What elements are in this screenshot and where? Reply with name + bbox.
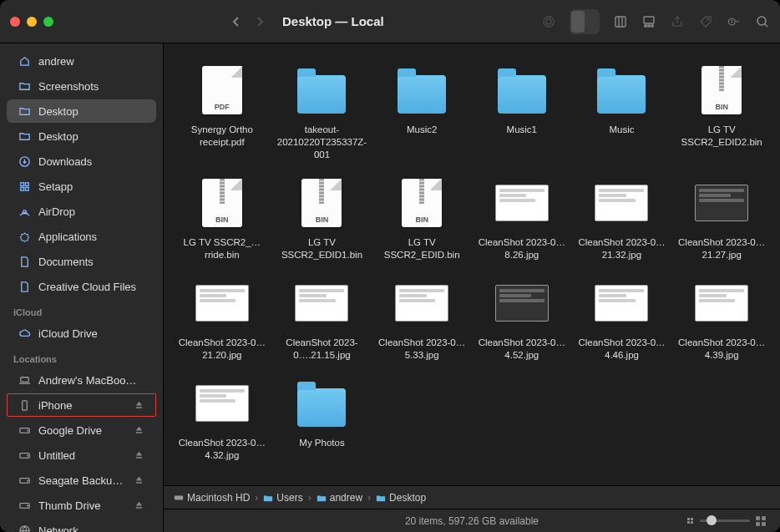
share-button[interactable] <box>670 14 685 29</box>
file-item[interactable]: BINLG TV SSCR2_EDID1.bin <box>272 173 372 265</box>
svg-point-43 <box>19 525 28 532</box>
file-item[interactable]: CleanShot 2023-0…5.33.jpg <box>372 273 472 365</box>
file-item[interactable]: CleanShot 2023-0…4.39.jpg <box>671 273 772 365</box>
sidebar-item-seagate-backu-[interactable]: Seagate Backu… <box>7 469 156 492</box>
file-label: My Photos <box>299 437 344 449</box>
file-item[interactable]: Music2 <box>372 60 472 165</box>
sidebar-item-label: Setapp <box>38 180 146 193</box>
column-view-button[interactable] <box>613 14 628 29</box>
path-crumb[interactable]: andrew <box>317 492 362 504</box>
svg-rect-46 <box>691 518 693 520</box>
tag-button[interactable] <box>698 14 713 29</box>
svg-rect-48 <box>691 521 693 524</box>
pdf-icon: PDF <box>195 63 249 117</box>
file-item[interactable]: BINLG TV SSCR2_…rride.bin <box>172 173 272 265</box>
sidebar-item-untitled[interactable]: Untitled <box>7 443 156 467</box>
file-label: LG TV SSCR2_…rride.bin <box>176 236 268 261</box>
eject-icon[interactable] <box>134 474 146 487</box>
path-crumb[interactable]: Desktop <box>376 492 426 504</box>
file-item[interactable]: My Photos <box>272 373 372 465</box>
file-item[interactable]: CleanShot 2023-0….21.15.jpg <box>272 273 372 365</box>
disk-icon <box>17 423 32 438</box>
body: FavoritesandrewScreenshotsDesktopDesktop… <box>0 43 780 532</box>
file-label: LG TV SSCR2_EDID2.bin <box>676 124 767 149</box>
file-item[interactable]: CleanShot 2023-0…21.32.jpg <box>572 173 672 265</box>
chevron-right-icon: › <box>308 492 311 504</box>
sidebar[interactable]: FavoritesandrewScreenshotsDesktopDesktop… <box>0 43 164 532</box>
sidebar-item-andrew-s-macboo-[interactable]: Andrew's MacBoo… <box>7 368 156 392</box>
finder-window: Desktop — Local FavoritesandrewScreensho… <box>0 0 780 532</box>
path-crumb[interactable]: Users <box>263 492 302 504</box>
file-item[interactable]: CleanShot 2023-0…21.20.jpg <box>172 273 272 365</box>
svg-point-38 <box>27 455 28 456</box>
svg-rect-28 <box>25 182 28 185</box>
forward-button[interactable] <box>252 14 267 29</box>
file-grid[interactable]: PDFSynergy Ortho receipt.pdftakeout-2021… <box>164 43 780 485</box>
file-item[interactable]: takeout-20210220T235337Z-001 <box>272 60 372 165</box>
content-area: PDFSynergy Ortho receipt.pdftakeout-2021… <box>164 43 780 532</box>
sidebar-item-desktop[interactable]: Desktop <box>7 124 156 148</box>
file-item[interactable]: CleanShot 2023-0…8.26.jpg <box>472 173 572 265</box>
sidebar-item-screenshots[interactable]: Screenshots <box>7 74 156 98</box>
file-item[interactable]: CleanShot 2023-0…21.27.jpg <box>671 173 772 265</box>
fullscreen-button[interactable] <box>43 17 53 27</box>
sidebar-item-airdrop[interactable]: AirDrop <box>7 200 156 223</box>
file-label: CleanShot 2023-0…21.27.jpg <box>676 236 767 261</box>
sidebar-item-thumb-drive[interactable]: Thumb Drive <box>7 494 156 517</box>
eject-icon[interactable] <box>134 449 146 462</box>
phone-icon <box>17 398 32 413</box>
file-label: CleanShot 2023-0…4.39.jpg <box>676 337 767 362</box>
screenshot-icon <box>495 176 549 230</box>
file-label: CleanShot 2023-0…21.32.jpg <box>575 236 667 261</box>
screenshot-icon <box>195 276 249 330</box>
search-button[interactable] <box>755 14 770 29</box>
back-button[interactable] <box>229 14 244 29</box>
zoom-slider[interactable] <box>700 519 750 522</box>
eject-icon[interactable] <box>134 499 146 512</box>
close-button[interactable] <box>10 17 20 27</box>
file-item[interactable]: CleanShot 2023-0…4.32.jpg <box>172 373 272 465</box>
screenshot-dark-icon <box>695 176 748 230</box>
sidebar-item-creative-cloud-files[interactable]: Creative Cloud Files <box>7 275 156 298</box>
network-icon <box>17 523 32 532</box>
app-icon <box>17 179 32 194</box>
zoom-control[interactable] <box>686 515 767 527</box>
file-label: Music1 <box>507 124 537 136</box>
sidebar-item-andrew[interactable]: andrew <box>7 49 156 73</box>
eject-icon[interactable] <box>134 399 146 412</box>
sidebar-item-iphone[interactable]: iPhone <box>7 393 156 417</box>
toolbar <box>541 9 770 34</box>
sidebar-item-desktop[interactable]: Desktop <box>7 99 156 123</box>
file-item[interactable]: BINLG TV SSCR2_EDID2.bin <box>671 60 772 165</box>
file-item[interactable]: PDFSynergy Ortho receipt.pdf <box>172 60 272 165</box>
window-controls <box>10 17 53 27</box>
sidebar-item-icloud-drive[interactable]: iCloud Drive <box>7 322 156 345</box>
file-item[interactable]: BINLG TV SSCR2_EDID.bin <box>372 173 472 265</box>
file-item[interactable]: Music1 <box>472 60 572 165</box>
svg-rect-29 <box>20 187 23 190</box>
sidebar-item-setapp[interactable]: Setapp <box>7 175 156 198</box>
path-crumb[interactable]: Macintosh HD <box>174 492 250 504</box>
sidebar-item-documents[interactable]: Documents <box>7 250 156 273</box>
sidebar-item-label: Untitled <box>38 449 128 462</box>
sidebar-item-downloads[interactable]: Downloads <box>7 149 156 173</box>
file-label: Music <box>609 124 634 136</box>
file-item[interactable]: CleanShot 2023-0…4.46.jpg <box>572 273 672 365</box>
sidebar-item-applications[interactable]: Applications <box>7 225 156 248</box>
icon-view-button[interactable] <box>571 11 585 33</box>
sidebar-item-label: andrew <box>38 55 146 68</box>
minimize-button[interactable] <box>27 17 37 27</box>
svg-rect-32 <box>20 377 28 382</box>
file-item[interactable]: Music <box>572 60 672 165</box>
file-item[interactable]: CleanShot 2023-0…4.52.jpg <box>472 273 572 365</box>
action-menu-button[interactable] <box>727 14 742 29</box>
sidebar-item-google-drive[interactable]: Google Drive <box>7 418 156 442</box>
list-view-button[interactable] <box>585 11 598 33</box>
eject-icon[interactable] <box>134 424 146 437</box>
sidebar-item-network[interactable]: Network <box>7 519 156 532</box>
airplay-icon[interactable] <box>541 14 556 29</box>
sidebar-item-label: Thumb Drive <box>38 499 128 512</box>
svg-rect-49 <box>756 516 760 520</box>
file-label: LG TV SSCR2_EDID1.bin <box>276 236 367 261</box>
gallery-view-button[interactable] <box>641 14 656 29</box>
